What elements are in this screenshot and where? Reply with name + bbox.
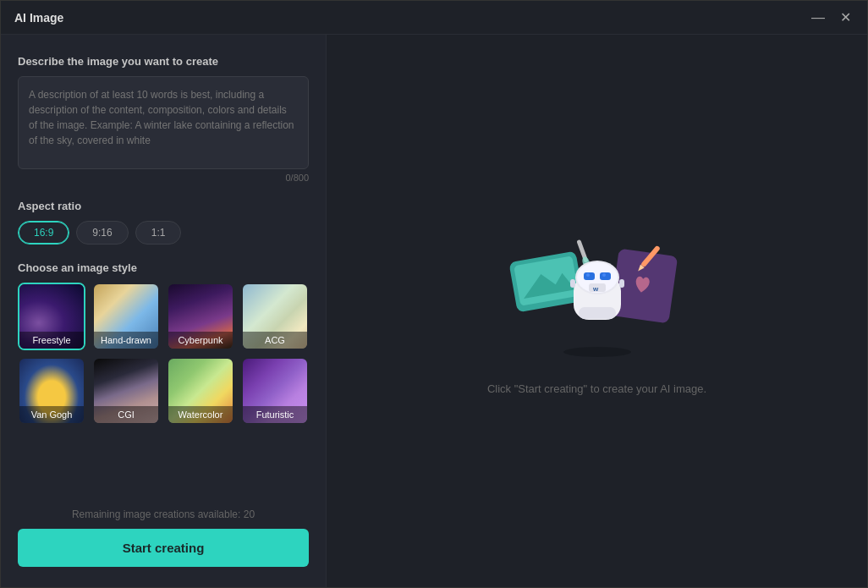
style-item-van-gogh[interactable]: Van Gogh: [18, 357, 85, 425]
describe-label: Describe the image you want to create: [18, 55, 309, 68]
style-item-cyberpunk[interactable]: Cyberpunk: [167, 283, 234, 350]
title-bar: AI Image — ✕: [1, 1, 867, 35]
window-title: AI Image: [14, 11, 810, 25]
style-label-hand-drawn: Hand-drawn: [94, 332, 158, 349]
title-bar-controls: — ✕: [810, 9, 854, 26]
minimize-button[interactable]: —: [810, 9, 827, 26]
style-item-futuristic[interactable]: Futuristic: [241, 357, 309, 425]
left-panel: Describe the image you want to create 0/…: [1, 35, 327, 587]
style-section: Choose an image style Freestyle Hand-dra…: [18, 261, 309, 425]
aspect-ratio-label: Aspect ratio: [18, 200, 309, 212]
style-label-freestyle: Freestyle: [19, 332, 84, 349]
svg-text:w: w: [592, 285, 599, 293]
char-count: 0/800: [18, 173, 309, 183]
style-item-cgi[interactable]: CGI: [92, 357, 160, 425]
style-item-acg[interactable]: ACG: [241, 283, 309, 350]
style-item-freestyle[interactable]: Freestyle: [18, 283, 85, 350]
svg-rect-12: [600, 272, 611, 280]
svg-point-20: [563, 347, 631, 357]
content-area: Describe the image you want to create 0/…: [1, 35, 867, 587]
aspect-btn-1-1[interactable]: 1:1: [135, 221, 182, 245]
svg-rect-18: [619, 279, 624, 288]
aspect-ratio-buttons: 16:9 9:16 1:1: [18, 221, 309, 245]
aspect-btn-16-9[interactable]: 16:9: [18, 221, 69, 245]
start-creating-button[interactable]: Start creating: [18, 529, 309, 567]
svg-rect-17: [570, 279, 575, 288]
style-label-cgi: CGI: [94, 406, 158, 423]
style-label-cyberpunk: Cyberpunk: [168, 332, 233, 349]
style-label-acg: ACG: [243, 332, 307, 349]
robot-illustration: w: [504, 227, 690, 362]
svg-point-13: [586, 273, 590, 277]
style-grid: Freestyle Hand-drawn Cyberpunk ACG: [18, 283, 309, 425]
aspect-btn-9-16[interactable]: 9:16: [76, 221, 128, 245]
description-input[interactable]: [18, 76, 309, 169]
right-placeholder-text: Click "Start creating" to create your AI…: [487, 382, 706, 395]
svg-point-14: [602, 273, 606, 277]
svg-rect-11: [584, 272, 595, 280]
style-label: Choose an image style: [18, 261, 309, 274]
style-label-watercolor: Watercolor: [168, 406, 233, 423]
app-window: AI Image — ✕ Describe the image you want…: [0, 0, 868, 588]
remaining-text: Remaining image creations available: 20: [18, 508, 309, 520]
close-button[interactable]: ✕: [837, 9, 854, 26]
style-item-hand-drawn[interactable]: Hand-drawn: [92, 283, 160, 350]
style-item-watercolor[interactable]: Watercolor: [167, 357, 234, 425]
style-label-futuristic: Futuristic: [243, 406, 307, 423]
style-label-van-gogh: Van Gogh: [19, 406, 84, 423]
svg-rect-19: [579, 307, 616, 319]
aspect-ratio-section: Aspect ratio 16:9 9:16 1:1: [18, 200, 309, 245]
right-panel: w Click "Start creating" to create your …: [327, 35, 867, 587]
